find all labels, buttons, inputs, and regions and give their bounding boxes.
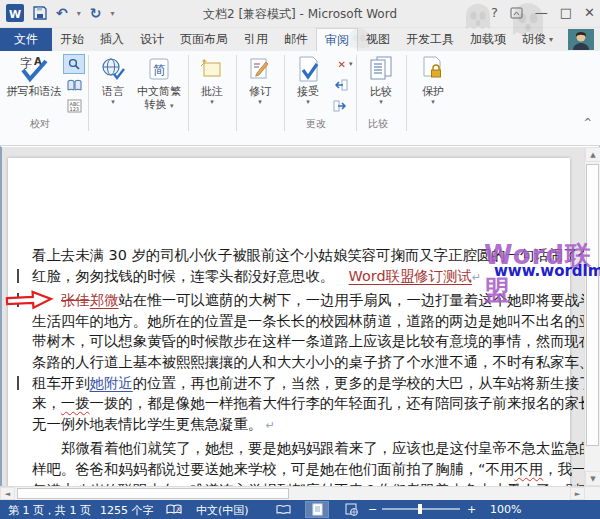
track-changes-label: 修订 xyxy=(249,85,271,98)
tab-插入[interactable]: 插入 xyxy=(92,28,132,51)
scroll-down-icon[interactable]: ▼ xyxy=(585,471,600,486)
language-button[interactable]: 语言 ▾ xyxy=(94,53,132,115)
text-run: 的位置，再也前进不了，当然，更多的是学校的大巴，从车站将新生接了过 xyxy=(133,375,600,391)
text-run-mark: ↵ xyxy=(262,419,275,432)
protect-button[interactable]: 保护 ▾ xyxy=(412,53,454,115)
research-button[interactable] xyxy=(64,55,84,73)
language-indicator[interactable]: 中文(中国) xyxy=(196,503,249,518)
text-run-mark: ↵ xyxy=(472,271,481,284)
site-watermark-url: www.wordlm.com xyxy=(494,262,600,280)
language-caret-icon: ▾ xyxy=(111,98,115,107)
tab-label: 开发工具 xyxy=(406,31,454,48)
reject-cross-icon: ✕ xyxy=(338,59,346,70)
text-run-sp: 不用 xyxy=(514,461,543,477)
tab-开始[interactable]: 开始 xyxy=(52,28,92,51)
comment-icon: ✦ xyxy=(199,53,225,85)
group-divider xyxy=(236,55,237,131)
document-line: 无一例外地表情比学生更焦急凝重。 ↵ xyxy=(32,414,552,437)
tab-label: 开始 xyxy=(60,31,84,48)
next-change-button[interactable] xyxy=(330,97,350,115)
previous-change-button[interactable] xyxy=(330,76,350,94)
changes-group-label: 更改 xyxy=(306,117,326,131)
ghost-watermark-icon xyxy=(508,0,548,40)
comment-label: 批注 xyxy=(201,85,223,98)
zoom-level[interactable]: 100% xyxy=(490,503,521,516)
text-run: 带树木，可以想象黄昏的时候散步在这样一条道路上应该是比较有意境的事情，然而现在整 xyxy=(32,333,600,349)
paragraph: 郑微看着他们就笑了，她想，要是她妈妈跟着来了，应该也是这付皇帝不急太监急的模样吧… xyxy=(32,438,552,486)
page-indicator[interactable]: 第 1 页，共 1 页 xyxy=(8,503,91,518)
scroll-up-icon[interactable]: ▲ xyxy=(585,147,600,162)
tab-页面布局[interactable]: 页面布局 xyxy=(172,28,236,51)
proofing-group-label: 校对 xyxy=(30,117,50,131)
tab-label: 插入 xyxy=(100,31,124,48)
accept-button[interactable]: 接受 ▾ xyxy=(288,53,328,115)
text-run-ins: 郑微 xyxy=(90,292,119,308)
text-run: 来， xyxy=(32,395,61,411)
document-area[interactable]: 看上去未满 30 岁的司机小伙子被眼前这个小姑娘笑容可掬而又字正腔圆的一句话闹了… xyxy=(0,147,600,486)
tab-label: 页面布局 xyxy=(180,31,228,48)
thesaurus-button[interactable] xyxy=(64,76,84,94)
red-arrow-annotation xyxy=(5,289,55,311)
track-changes-caret-icon: ▾ xyxy=(258,98,262,107)
ghost-watermark-icon xyxy=(462,1,494,33)
vertical-scrollbar[interactable]: ▲ ▼ xyxy=(584,147,600,486)
tab-引用[interactable]: 引用 xyxy=(236,28,276,51)
tab-开发工具[interactable]: 开发工具 xyxy=(398,28,462,51)
compare-button[interactable]: 比较 ▾ xyxy=(360,53,402,115)
text-run: 租车开到 xyxy=(32,375,90,391)
chinese-convert-button[interactable]: 简 中文简繁 转换 ▾ xyxy=(134,53,184,115)
document-line: 生活四年的地方。她所在的位置是一条长长的校园林荫道，道路的两边是她叫不出名的亚热 xyxy=(32,311,552,332)
new-comment-button[interactable]: ✦ 批注 ▾ xyxy=(192,53,232,115)
chinese-convert-label-1: 中文简繁 xyxy=(137,85,181,98)
read-mode-icon xyxy=(276,504,291,515)
group-divider xyxy=(284,55,285,131)
web-layout-icon xyxy=(345,503,358,516)
word-count-indicator[interactable]: 1255 个字 xyxy=(100,503,154,518)
reject-caret-icon: ▾ xyxy=(349,60,353,68)
zoom-out-button[interactable]: − xyxy=(368,503,377,516)
protect-label: 保护 xyxy=(422,85,444,98)
web-layout-button[interactable] xyxy=(340,502,362,517)
tab-label: 引用 xyxy=(244,31,268,48)
scroll-right-icon[interactable]: ► xyxy=(570,487,585,500)
read-mode-button[interactable] xyxy=(272,502,294,517)
text-run-del: 张佳 xyxy=(61,292,90,308)
zoom-slider-thumb[interactable] xyxy=(418,504,422,514)
search-book-icon xyxy=(67,57,81,71)
document-page[interactable]: 看上去未满 30 岁的司机小伙子被眼前这个小姑娘笑容可掬而又字正腔圆的一句话闹了… xyxy=(8,158,570,486)
group-divider xyxy=(406,55,407,131)
tab-设计[interactable]: 设计 xyxy=(132,28,172,51)
text-run: 条路的人行道上基本被熙熙攘攘的人和大大小小的桌子挤了个水泄不通，不时有私家车、出 xyxy=(32,354,600,370)
spelling-grammar-button[interactable]: 字A 拼写和语法 xyxy=(8,53,60,115)
group-divider xyxy=(88,55,89,131)
tab-邮件[interactable]: 邮件 xyxy=(276,28,316,51)
document-line: 带树木，可以想象黄昏的时候散步在这样一条道路上应该是比较有意境的事情，然而现在整 xyxy=(32,331,552,352)
print-layout-icon xyxy=(312,503,323,516)
close-button[interactable]: ✕ xyxy=(584,3,595,23)
compare-group-label: 比较 xyxy=(368,117,388,131)
user-avatar[interactable] xyxy=(568,29,594,50)
word-count-button[interactable]: ABC123 xyxy=(64,97,84,115)
tab-文件[interactable]: 文件 xyxy=(0,28,52,51)
text-run-ins: Word联盟修订测试 xyxy=(349,268,472,284)
maximize-button[interactable]: □ xyxy=(560,3,572,23)
accept-label: 接受 xyxy=(297,85,319,98)
collapse-ribbon-icon[interactable]: ^ xyxy=(584,117,592,128)
horizontal-scroll-thumb[interactable] xyxy=(17,488,289,499)
print-layout-button[interactable] xyxy=(306,502,328,517)
track-changes-button[interactable]: 修订 ▾ xyxy=(240,53,280,115)
compare-label: 比较 xyxy=(370,85,392,98)
tab-label: 设计 xyxy=(140,31,164,48)
document-line: 看上去未满 30 岁的司机小伙子被眼前这个小姑娘笑容可掬而又字正腔圆的一句话闹了… xyxy=(32,245,552,266)
proofing-status-button[interactable]: ✗ xyxy=(163,502,185,517)
zoom-in-button[interactable]: + xyxy=(467,503,476,516)
horizontal-scrollbar[interactable]: ◄ ► xyxy=(0,486,600,500)
compare-caret-icon: ▾ xyxy=(379,98,383,107)
svg-text:字: 字 xyxy=(20,56,32,70)
scroll-left-icon[interactable]: ◄ xyxy=(0,487,15,500)
svg-text:简: 简 xyxy=(153,63,165,77)
svg-text:123: 123 xyxy=(69,106,79,112)
text-run: 无一例外地表情比学生更焦急凝重。 xyxy=(32,416,262,432)
text-run-sp: 一拨 xyxy=(61,395,90,411)
zoom-slider[interactable] xyxy=(382,508,460,510)
